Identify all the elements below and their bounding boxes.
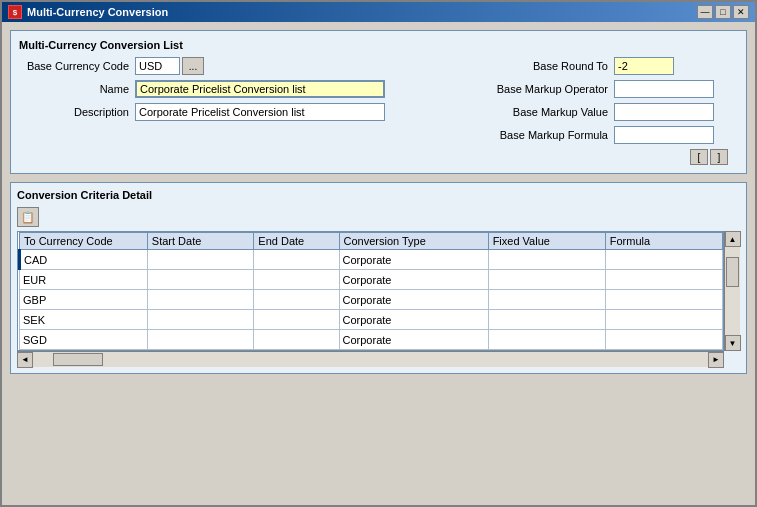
currency-icon: $ <box>8 5 22 19</box>
cell-startDate <box>147 250 254 270</box>
scroll-left-button[interactable]: ◄ <box>17 352 33 368</box>
cell-fixedValue <box>488 270 605 290</box>
cell-formula <box>605 270 722 290</box>
description-row: Description <box>19 103 438 121</box>
form-right: Base Round To Base Markup Operator Base … <box>458 57 738 165</box>
col-end-date: End Date <box>254 233 339 250</box>
description-input[interactable] <box>135 103 385 121</box>
cell-formula <box>605 330 722 350</box>
bracket-buttons: [ ] <box>690 149 728 165</box>
markup-operator-label: Base Markup Operator <box>458 83 608 95</box>
cell-startDate <box>147 330 254 350</box>
top-panel: Multi-Currency Conversion List Base Curr… <box>10 30 747 174</box>
cell-formula <box>605 290 722 310</box>
table-wrapper: To Currency Code Start Date End Date Con… <box>17 231 724 351</box>
table-body: CADCorporateEURCorporateGBPCorporateSEKC… <box>20 250 723 350</box>
scroll-down-button[interactable]: ▼ <box>725 335 741 351</box>
currency-lookup-button[interactable]: ... <box>182 57 204 75</box>
base-currency-input[interactable] <box>135 57 180 75</box>
form-grid: Base Currency Code ... Name Description <box>19 57 738 165</box>
col-formula: Formula <box>605 233 722 250</box>
cell-fixedValue <box>488 310 605 330</box>
markup-formula-row: Base Markup Formula <box>458 126 738 144</box>
cell-conversionType: Corporate <box>339 270 488 290</box>
minimize-button[interactable]: — <box>697 5 713 19</box>
table-row[interactable]: EURCorporate <box>20 270 723 290</box>
base-round-input[interactable] <box>614 57 674 75</box>
top-section-label: Multi-Currency Conversion List <box>19 39 738 51</box>
col-conversion-type: Conversion Type <box>339 233 488 250</box>
cell-endDate <box>254 310 339 330</box>
title-bar-left: $ Multi-Currency Conversion <box>8 5 168 19</box>
markup-formula-label: Base Markup Formula <box>458 129 608 141</box>
col-fixed-value: Fixed Value <box>488 233 605 250</box>
maximize-button[interactable]: □ <box>715 5 731 19</box>
table-container: To Currency Code Start Date End Date Con… <box>18 232 723 350</box>
scroll-right-button[interactable]: ► <box>708 352 724 368</box>
cell-endDate <box>254 250 339 270</box>
cell-endDate <box>254 330 339 350</box>
cell-fixedValue <box>488 330 605 350</box>
cell-startDate <box>147 290 254 310</box>
title-bar: $ Multi-Currency Conversion — □ ✕ <box>2 2 755 22</box>
cell-conversionType: Corporate <box>339 250 488 270</box>
add-row-button[interactable]: 📋 <box>17 207 39 227</box>
vertical-scrollbar[interactable]: ▲ ▼ <box>724 231 740 351</box>
base-round-label: Base Round To <box>458 60 608 72</box>
markup-formula-input[interactable] <box>614 126 714 144</box>
add-row-icon: 📋 <box>21 211 35 224</box>
cell-toCurrencyCode: SGD <box>20 330 148 350</box>
bracket-row: [ ] <box>458 149 738 165</box>
cell-toCurrencyCode: EUR <box>20 270 148 290</box>
base-round-row: Base Round To <box>458 57 738 75</box>
scroll-up-button[interactable]: ▲ <box>725 231 741 247</box>
close-button[interactable]: ✕ <box>733 5 749 19</box>
data-table: To Currency Code Start Date End Date Con… <box>18 232 723 350</box>
cell-startDate <box>147 270 254 290</box>
table-row[interactable]: SGDCorporate <box>20 330 723 350</box>
markup-operator-row: Base Markup Operator <box>458 80 738 98</box>
main-window: $ Multi-Currency Conversion — □ ✕ Multi-… <box>0 0 757 507</box>
base-currency-label: Base Currency Code <box>19 60 129 72</box>
form-left: Base Currency Code ... Name Description <box>19 57 438 165</box>
table-row[interactable]: CADCorporate <box>20 250 723 270</box>
scroll-thumb-h[interactable] <box>53 353 103 366</box>
markup-value-input[interactable] <box>614 103 714 121</box>
scroll-track-v <box>725 247 740 335</box>
cell-conversionType: Corporate <box>339 330 488 350</box>
markup-value-label: Base Markup Value <box>458 106 608 118</box>
scroll-track-h <box>33 352 708 367</box>
window-title: Multi-Currency Conversion <box>27 6 168 18</box>
bottom-panel: Conversion Criteria Detail 📋 To Currency… <box>10 182 747 374</box>
col-start-date: Start Date <box>147 233 254 250</box>
cell-conversionType: Corporate <box>339 310 488 330</box>
name-label: Name <box>19 83 129 95</box>
cell-conversionType: Corporate <box>339 290 488 310</box>
name-input[interactable] <box>135 80 385 98</box>
cell-formula <box>605 250 722 270</box>
bracket-open-button[interactable]: [ <box>690 149 708 165</box>
horizontal-scrollbar[interactable]: ◄ ► <box>17 351 724 367</box>
description-label: Description <box>19 106 129 118</box>
table-area: To Currency Code Start Date End Date Con… <box>17 231 740 367</box>
markup-operator-input[interactable] <box>614 80 714 98</box>
base-currency-row: Base Currency Code ... <box>19 57 438 75</box>
table-header-row: To Currency Code Start Date End Date Con… <box>20 233 723 250</box>
cell-startDate <box>147 310 254 330</box>
cell-toCurrencyCode: CAD <box>20 250 148 270</box>
cell-formula <box>605 310 722 330</box>
cell-toCurrencyCode: SEK <box>20 310 148 330</box>
bracket-close-button[interactable]: ] <box>710 149 728 165</box>
bottom-section-label: Conversion Criteria Detail <box>17 189 740 201</box>
table-row[interactable]: GBPCorporate <box>20 290 723 310</box>
toolbar-row: 📋 <box>17 207 740 227</box>
name-row: Name <box>19 80 438 98</box>
table-row[interactable]: SEKCorporate <box>20 310 723 330</box>
cell-endDate <box>254 270 339 290</box>
cell-fixedValue <box>488 250 605 270</box>
main-content: Multi-Currency Conversion List Base Curr… <box>2 22 755 505</box>
scroll-thumb-v[interactable] <box>726 257 739 287</box>
cell-endDate <box>254 290 339 310</box>
title-buttons: — □ ✕ <box>697 5 749 19</box>
cell-fixedValue <box>488 290 605 310</box>
